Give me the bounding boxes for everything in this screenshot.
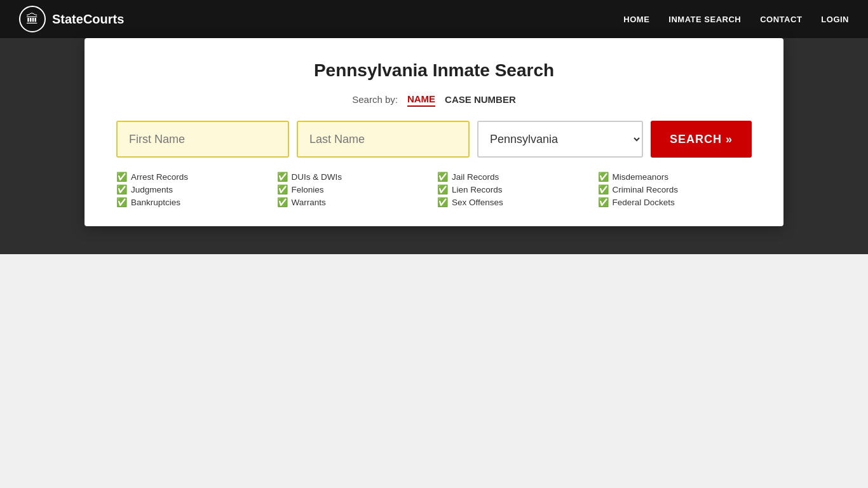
site-name: StateCourts	[52, 12, 124, 27]
search-form: Pennsylvania SEARCH »	[116, 121, 752, 158]
check-label: Misdemeanors	[613, 172, 669, 182]
last-name-input[interactable]	[297, 121, 470, 158]
nav-links: HOME INMATE SEARCH CONTACT LOGIN	[623, 13, 849, 25]
checkbox-icon: ✅	[116, 184, 127, 194]
check-item: ✅Criminal Records	[598, 184, 752, 194]
nav-login[interactable]: LOGIN	[821, 15, 849, 24]
search-card: Pennsylvania Inmate Search Search by: NA…	[85, 38, 783, 226]
checkbox-icon: ✅	[116, 197, 127, 207]
checks-grid: ✅Arrest Records✅DUIs & DWIs✅Jail Records…	[116, 172, 752, 207]
check-label: Sex Offenses	[452, 198, 503, 207]
check-item: ✅Felonies	[277, 184, 431, 194]
nav-home[interactable]: HOME	[623, 15, 649, 24]
search-button[interactable]: SEARCH »	[651, 121, 752, 158]
checkbox-icon: ✅	[437, 184, 448, 194]
check-label: Bankruptcies	[131, 198, 180, 207]
check-item: ✅Sex Offenses	[437, 197, 592, 207]
check-label: Criminal Records	[613, 185, 679, 194]
checkbox-icon: ✅	[277, 197, 288, 207]
search-card-title: Pennsylvania Inmate Search	[116, 60, 752, 81]
check-item: ✅Bankruptcies	[116, 197, 271, 207]
check-item: ✅Arrest Records	[116, 172, 271, 182]
check-item: ✅Lien Records	[437, 184, 592, 194]
check-label: Jail Records	[452, 172, 499, 182]
check-item: ✅Judgments	[116, 184, 271, 194]
checkbox-icon: ✅	[437, 197, 448, 207]
first-name-input[interactable]	[116, 121, 289, 158]
check-item: ✅DUIs & DWIs	[277, 172, 431, 182]
search-by-row: Search by: NAME CASE NUMBER	[116, 92, 752, 107]
checkbox-icon: ✅	[598, 172, 609, 182]
navbar: 🏛 StateCourts HOME INMATE SEARCH CONTACT…	[0, 0, 868, 38]
check-label: Federal Dockets	[613, 198, 675, 207]
check-label: DUIs & DWIs	[292, 172, 342, 182]
check-item: ✅Warrants	[277, 197, 431, 207]
tab-case-number[interactable]: CASE NUMBER	[445, 93, 516, 106]
header: COURTHOUSE 🏛 StateCourts HOME INMATE SEA…	[0, 0, 868, 254]
search-by-label: Search by:	[352, 94, 398, 105]
check-item: ✅Federal Dockets	[598, 197, 752, 207]
check-item: ✅Misdemeanors	[598, 172, 752, 182]
checkbox-icon: ✅	[277, 172, 288, 182]
state-select[interactable]: Pennsylvania	[477, 121, 643, 158]
check-label: Felonies	[292, 185, 324, 194]
check-label: Lien Records	[452, 185, 503, 194]
check-label: Arrest Records	[131, 172, 188, 182]
nav-contact[interactable]: CONTACT	[760, 15, 802, 24]
checkbox-icon: ✅	[437, 172, 448, 182]
logo-icon: 🏛	[19, 6, 46, 32]
site-logo[interactable]: 🏛 StateCourts	[19, 6, 124, 32]
checkbox-icon: ✅	[277, 184, 288, 194]
checkbox-icon: ✅	[116, 172, 127, 182]
check-label: Warrants	[292, 198, 326, 207]
check-item: ✅Jail Records	[437, 172, 592, 182]
tab-name[interactable]: NAME	[407, 92, 435, 107]
checkbox-icon: ✅	[598, 197, 609, 207]
checkbox-icon: ✅	[598, 184, 609, 194]
check-label: Judgments	[131, 185, 173, 194]
nav-inmate-search[interactable]: INMATE SEARCH	[668, 15, 741, 24]
